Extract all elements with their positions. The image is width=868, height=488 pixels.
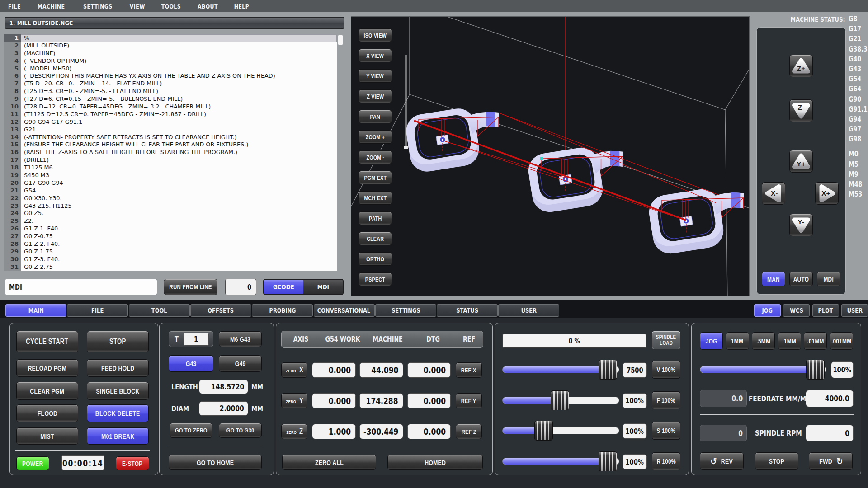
gcode-line[interactable]: 9 (T27 D=6. CR=0.15 - ZMIN=-5. - BULLNOS… bbox=[4, 95, 337, 103]
estop-button[interactable]: E-STOP bbox=[116, 456, 149, 470]
main-tab[interactable]: TOOL bbox=[129, 304, 190, 317]
gcode-line[interactable]: 1 % bbox=[4, 34, 337, 42]
menu-item[interactable]: TOOLS bbox=[154, 3, 188, 10]
override-reset-button[interactable]: F 100% bbox=[652, 391, 680, 409]
gcode-line[interactable]: 11 (T1125 D=12.5 CR=0. TAPER=43DEG - ZMI… bbox=[4, 111, 337, 118]
editor-scrollbar[interactable] bbox=[337, 34, 343, 271]
editor-scroll-thumb[interactable] bbox=[338, 35, 343, 45]
jog-increment-button[interactable]: 1MM bbox=[726, 332, 749, 350]
main-tab[interactable]: FILE bbox=[67, 304, 128, 317]
gcode-editor[interactable]: 1 % 2 (MILL OUTSIDE) 3 (MACHINE) 4 ( VEN… bbox=[4, 34, 337, 271]
jog-speed-slider[interactable] bbox=[700, 360, 826, 380]
main-tab[interactable]: STATUS bbox=[437, 304, 498, 317]
jog-y-minus-button[interactable]: Y- bbox=[789, 214, 813, 236]
jog-y-plus-button[interactable]: Y+ bbox=[789, 150, 813, 173]
zero-axis-button[interactable]: ZEROX bbox=[281, 362, 307, 378]
gcode-line[interactable]: 27 G0 Z-0.75 bbox=[4, 233, 337, 240]
power-button[interactable]: POWER bbox=[16, 456, 49, 470]
view-button[interactable]: Z VIEW bbox=[359, 89, 392, 103]
gcode-line[interactable]: 8 (T25 D=3. CR=0. - ZMIN=-5. - FLAT END … bbox=[4, 88, 337, 95]
menu-item[interactable]: ABOUT bbox=[190, 3, 225, 10]
cycle-button[interactable]: M01 BREAK bbox=[87, 427, 149, 445]
jog-z-plus-button[interactable]: Z+ bbox=[789, 55, 813, 77]
menu-item[interactable]: SETTINGS bbox=[75, 3, 121, 10]
slider-handle[interactable] bbox=[806, 360, 825, 380]
loaded-file-title[interactable]: 1. MILL OUTSIDE.NGC bbox=[5, 17, 344, 29]
go-to-zero-button[interactable]: GO TO ZERO bbox=[170, 423, 212, 438]
main-tab[interactable]: USER bbox=[498, 304, 559, 317]
menu-item[interactable]: FILE bbox=[2, 3, 27, 10]
menu-item[interactable]: VIEW bbox=[123, 3, 152, 10]
gcode-line[interactable]: 2 (MILL OUTSIDE) bbox=[4, 42, 337, 50]
rpm-set-field[interactable]: 0 bbox=[806, 425, 854, 441]
gcode-line[interactable]: 14 (-ATTENTION- PROPERTY SAFE RETRACTS I… bbox=[4, 134, 337, 141]
cycle-button[interactable]: FEED HOLD bbox=[87, 359, 149, 377]
cycle-button[interactable]: CLEAR PGM bbox=[16, 382, 78, 400]
gcode-line[interactable]: 10 (T28 D=12. CR=0. TAPER=45DEG - ZMIN=-… bbox=[4, 103, 337, 111]
gcode-line[interactable]: 17 (DRILL1) bbox=[4, 156, 337, 164]
side-tab[interactable]: PLOT bbox=[812, 304, 839, 317]
spindle-fwd-button[interactable]: FWD↻ bbox=[809, 452, 853, 470]
view-button[interactable]: PGM EXT bbox=[359, 171, 392, 184]
mode-button[interactable]: MDI bbox=[817, 272, 840, 286]
jog-increment-button[interactable]: .1MM bbox=[778, 332, 801, 350]
override-reset-button[interactable]: R 100% bbox=[652, 452, 680, 470]
override-slider[interactable] bbox=[502, 390, 619, 410]
view-button[interactable]: CLEAR bbox=[359, 232, 392, 245]
cycle-button[interactable]: STOP bbox=[87, 331, 149, 352]
jog-increment-button[interactable]: .01MM bbox=[804, 332, 827, 350]
main-tab[interactable]: SETTINGS bbox=[375, 304, 436, 317]
g43-button[interactable]: G43 bbox=[169, 355, 213, 372]
side-tab[interactable]: WCS bbox=[783, 304, 810, 317]
spindle-rev-button[interactable]: ↺REV bbox=[700, 452, 744, 470]
slider-handle[interactable] bbox=[599, 360, 617, 380]
slider-handle[interactable] bbox=[599, 451, 617, 471]
view-button[interactable]: PSPECT bbox=[359, 272, 392, 286]
mdi-input[interactable]: MDI bbox=[5, 279, 157, 295]
side-tab[interactable]: USER bbox=[841, 304, 868, 317]
jog-increment-button[interactable]: .001MM bbox=[830, 332, 853, 350]
zero-axis-button[interactable]: ZEROZ bbox=[281, 424, 307, 439]
mode-button[interactable]: AUTO bbox=[789, 272, 813, 286]
gcode-line[interactable]: 3 (MACHINE) bbox=[4, 50, 337, 57]
zero-axis-button[interactable]: ZEROY bbox=[281, 393, 307, 408]
homed-button[interactable]: HOMED bbox=[387, 455, 483, 470]
gcode-line[interactable]: 4 ( VENDOR OPTIMUM) bbox=[4, 57, 337, 65]
tool-diam-field[interactable]: 2.0000 bbox=[199, 401, 248, 416]
gcode-tab[interactable]: GCODE bbox=[264, 280, 303, 294]
override-reset-button[interactable]: S 100% bbox=[652, 422, 680, 440]
view-button[interactable]: X VIEW bbox=[359, 49, 392, 62]
override-slider[interactable] bbox=[502, 360, 619, 380]
gcode-line[interactable]: 5 ( MODEL MH50) bbox=[4, 65, 337, 73]
spindle-load-button[interactable]: SPINDLE LOAD bbox=[652, 331, 680, 349]
ref-axis-button[interactable]: REF Z bbox=[456, 424, 482, 439]
ref-axis-button[interactable]: REF X bbox=[456, 362, 482, 378]
zero-all-button[interactable]: ZERO ALL bbox=[282, 455, 376, 470]
gcode-line[interactable]: 22 G0 X30. Y30. bbox=[4, 195, 337, 202]
run-from-line-button[interactable]: RUN FROM LINE bbox=[164, 279, 217, 295]
gcode-line[interactable]: 19 S450 M3 bbox=[4, 172, 337, 179]
spindle-stop-button[interactable]: STOP bbox=[755, 452, 798, 470]
view-button[interactable]: ORTHO bbox=[359, 252, 392, 266]
gcode-line[interactable]: 26 G1 Z-1. F40. bbox=[4, 225, 337, 233]
cycle-button[interactable]: SINGLE BLOCK bbox=[87, 382, 149, 400]
gcode-line[interactable]: 20 G17 G90 G94 bbox=[4, 179, 337, 187]
view-button[interactable]: MCH EXT bbox=[359, 191, 392, 205]
view-button[interactable]: ISO VIEW bbox=[359, 28, 392, 42]
slider-handle[interactable] bbox=[551, 390, 569, 410]
gcode-line[interactable]: 23 G43 Z15. H1125 bbox=[4, 202, 337, 210]
gcode-line[interactable]: 28 G1 Z-2. F40. bbox=[4, 240, 337, 248]
tool-number-field[interactable]: 1 bbox=[184, 333, 209, 346]
override-slider[interactable] bbox=[502, 451, 619, 471]
main-tab[interactable]: CONVERSATIONAL bbox=[314, 304, 375, 317]
override-reset-button[interactable]: V 100% bbox=[652, 361, 680, 379]
gcode-line[interactable]: 24 G0 Z5. bbox=[4, 210, 337, 217]
backplot-3d-viewport[interactable]: ISO VIEW X VIEW Y VIEW Z VIEW PAN ZOOM +… bbox=[351, 16, 750, 296]
tool-length-field[interactable]: 148.5720 bbox=[199, 380, 248, 394]
view-button[interactable]: Y VIEW bbox=[359, 69, 392, 83]
gcode-line[interactable]: 29 G0 Z-1.75 bbox=[4, 248, 337, 256]
ref-axis-button[interactable]: REF Y bbox=[456, 393, 482, 408]
mode-button[interactable]: MAN bbox=[762, 272, 785, 286]
gcode-line[interactable]: 13 G21 bbox=[4, 126, 337, 134]
cycle-button[interactable]: CYCLE START bbox=[16, 331, 78, 352]
